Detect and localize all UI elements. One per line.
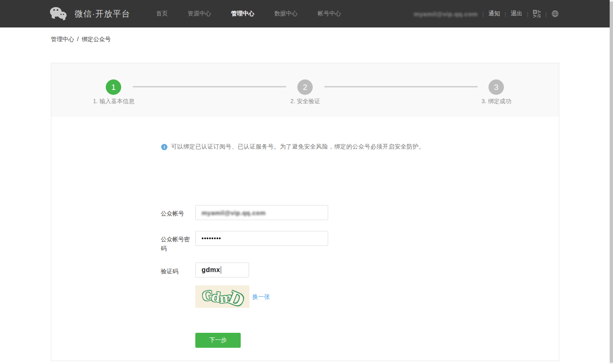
user-email[interactable]: myamil@vip.qq.com — [414, 10, 478, 17]
password-field-label: 公众帐号密码 — [161, 235, 195, 253]
notifications-link[interactable]: 通知 — [488, 10, 500, 17]
main-nav: 首页 资源中心 管理中心 数据中心 帐号中心 — [156, 10, 341, 17]
brand-title: 微信·开放平台 — [75, 8, 130, 20]
top-navbar: 微信·开放平台 首页 资源中心 管理中心 数据中心 帐号中心 myamil@vi… — [0, 0, 613, 27]
step-connector-line — [133, 86, 286, 87]
header-separator: | — [546, 11, 547, 17]
password-input-value: •••••••• — [202, 235, 221, 242]
refresh-captcha-link[interactable]: 换一张 — [252, 293, 270, 301]
logout-link[interactable]: 退出 — [511, 10, 522, 17]
nav-management-center[interactable]: 管理中心 — [231, 10, 254, 17]
nav-home[interactable]: 首页 — [156, 10, 168, 17]
step-1-label: 1. 输入基本信息 — [68, 98, 159, 105]
nav-data-center[interactable]: 数据中心 — [274, 10, 298, 17]
password-input[interactable]: •••••••• — [195, 231, 328, 246]
step-2-circle: 2 — [297, 79, 313, 95]
info-note: i 可以绑定已认证订阅号、已认证服务号。为了避免安全风险，绑定的公众号必须开启安… — [161, 143, 425, 151]
globe-language-icon[interactable] — [551, 10, 559, 17]
captcha-input-value: gdmx — [202, 266, 220, 274]
wechat-bubble-small — [58, 12, 67, 19]
step-2-label: 2. 安全验证 — [259, 98, 351, 105]
bind-account-panel: 1 2 3 1. 输入基本信息 2. 安全验证 3. 绑定成功 i 可以绑定已认… — [51, 63, 559, 361]
header-separator: | — [505, 11, 506, 17]
header-separator: | — [527, 11, 528, 17]
info-text: 可以绑定已认证订阅号、已认证服务号。为了避免安全风险，绑定的公众号必须开启安全防… — [171, 143, 425, 151]
breadcrumb-separator: / — [77, 36, 79, 43]
account-input-value: myamil@vip.qq.com — [202, 209, 266, 216]
captcha-image: G d m D — [195, 285, 249, 308]
progress-stepper: 1 2 3 1. 输入基本信息 2. 安全验证 3. 绑定成功 — [51, 63, 559, 117]
qr-code-icon[interactable] — [533, 10, 541, 18]
wechat-logo-icon[interactable] — [50, 6, 69, 22]
captcha-input[interactable]: gdmx — [195, 262, 249, 277]
step-1-circle: 1 — [106, 79, 121, 95]
step-3-label: 3. 绑定成功 — [451, 98, 542, 105]
account-input[interactable]: myamil@vip.qq.com — [195, 205, 328, 220]
header-separator: | — [482, 11, 483, 17]
captcha-field-label: 验证码 — [161, 267, 195, 276]
next-step-button[interactable]: 下一步 — [195, 333, 241, 348]
step-3-circle: 3 — [488, 79, 504, 95]
text-cursor — [221, 266, 222, 274]
info-icon: i — [161, 144, 167, 150]
nav-account-center[interactable]: 帐号中心 — [318, 10, 341, 17]
scrollbar-thumb[interactable] — [610, 2, 613, 363]
breadcrumb-section[interactable]: 管理中心 — [51, 36, 74, 43]
breadcrumb-current: 绑定公众号 — [82, 36, 111, 43]
nav-resource-center[interactable]: 资源中心 — [188, 10, 211, 17]
step-connector-line — [324, 86, 478, 87]
header-user-area: myamil@vip.qq.com | 通知 | 退出 | | — [414, 10, 559, 18]
breadcrumb: 管理中心 / 绑定公众号 — [51, 36, 111, 43]
account-field-label: 公众帐号 — [161, 209, 195, 218]
page-scrollbar — [610, 0, 613, 364]
